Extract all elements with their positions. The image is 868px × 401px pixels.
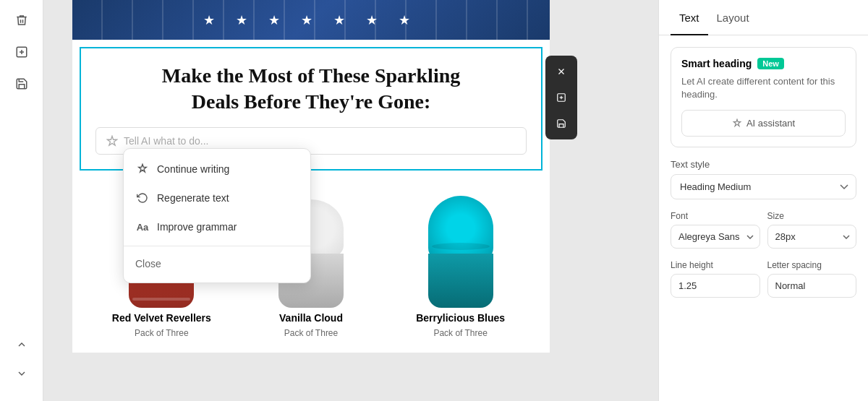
line-spacing-row: Line height Letter spacing (671, 260, 856, 298)
font-col: Font Alegreya Sans Arial Georgia Helveti… (671, 211, 760, 249)
move-up-btn[interactable] (9, 332, 35, 358)
letter-spacing-input[interactable] (767, 274, 857, 298)
move-down-btn[interactable] (9, 361, 35, 387)
panel-content: Smart heading New Let AI create differen… (659, 35, 868, 309)
font-label: Font (671, 211, 760, 221)
line-height-col: Line height (671, 260, 760, 298)
close-label: Close (135, 258, 161, 270)
regenerate-icon (135, 191, 150, 205)
cupcake-sub-vanilla: Pack of Three (284, 328, 338, 338)
menu-item-close[interactable]: Close (124, 251, 310, 277)
text-style-select[interactable]: Heading Medium Heading Large Heading Sma… (671, 174, 856, 199)
font-select[interactable]: Alegreya Sans Arial Georgia Helvetica (671, 225, 760, 249)
ai-assistant-label: AI assistant (746, 118, 795, 129)
continue-writing-icon (135, 162, 150, 176)
banner: ★ ★ ★ ★ ★ ★ ★ (72, 0, 550, 40)
cupcake-item-blue: Berrylicious Blues Pack of Three (403, 192, 519, 338)
left-toolbar (0, 0, 43, 401)
menu-item-improve-grammar[interactable]: Aa Improve grammar (124, 212, 310, 241)
size-col: Size 28px 14px 16px 24px 32px (767, 211, 857, 249)
menu-item-continue-writing[interactable]: Continue writing (124, 155, 310, 184)
right-panel: Text Layout Smart heading New Let AI cre… (658, 0, 868, 401)
menu-divider (124, 246, 310, 246)
regenerate-text-label: Regenerate text (157, 192, 229, 204)
canvas-area: ★ ★ ★ ★ ★ ★ ★ Make the Most of These Spa… (43, 0, 658, 401)
cupcake-sub-red: Pack of Three (135, 328, 188, 338)
tab-layout[interactable]: Layout (708, 0, 758, 35)
smart-heading-desc: Let AI create different content for this… (681, 75, 846, 101)
ai-assistant-btn[interactable]: AI assistant (681, 110, 846, 137)
cupcake-image-blue (410, 192, 511, 308)
continue-writing-label: Continue writing (157, 163, 229, 175)
smart-heading-header: Smart heading New (681, 58, 846, 69)
banner-stars-text: ★ ★ ★ ★ ★ ★ ★ (203, 12, 419, 28)
ai-input-placeholder: Tell AI what to do... (124, 135, 209, 147)
improve-grammar-icon: Aa (135, 220, 150, 234)
float-delete-btn[interactable] (550, 60, 573, 83)
font-size-row: Font Alegreya Sans Arial Georgia Helveti… (671, 211, 856, 249)
line-height-input[interactable] (671, 274, 760, 298)
panel-tabs: Text Layout (659, 0, 868, 35)
improve-grammar-label: Improve grammar (157, 221, 237, 233)
letter-spacing-col: Letter spacing (767, 260, 857, 298)
menu-item-regenerate-text[interactable]: Regenerate text (124, 184, 310, 212)
cupcake-name-red: Red Velvet Revellers (112, 312, 211, 324)
save-toolbar-btn[interactable] (9, 71, 35, 97)
new-badge: New (757, 58, 784, 69)
cupcake-name-vanilla: Vanilla Cloud (279, 312, 343, 324)
smart-heading-card: Smart heading New Let AI create differen… (671, 47, 856, 147)
smart-heading-title: Smart heading (681, 58, 752, 69)
tab-text[interactable]: Text (671, 0, 708, 35)
cupcake-sub-blue: Pack of Three (433, 328, 487, 338)
size-label: Size (767, 211, 857, 221)
text-style-label: Text style (671, 159, 856, 170)
dropdown-menu: Continue writing Regenerate text Aa Impr… (123, 148, 311, 283)
add-toolbar-btn[interactable] (9, 39, 35, 65)
cupcake-name-blue: Berrylicious Blues (416, 312, 505, 324)
sparkle-input-icon (106, 135, 118, 147)
float-toolbar (545, 56, 577, 139)
heading-text: Make the Most of These Sparkling Deals B… (95, 63, 527, 116)
ai-btn-icon (732, 118, 742, 129)
size-select[interactable]: 28px 14px 16px 24px 32px (767, 225, 857, 249)
delete-toolbar-btn[interactable] (9, 7, 35, 33)
line-height-label: Line height (671, 260, 760, 270)
letter-spacing-label: Letter spacing (767, 260, 857, 270)
float-add-btn[interactable] (550, 86, 573, 109)
text-style-section: Text style Heading Medium Heading Large … (671, 159, 856, 199)
float-save-btn[interactable] (550, 112, 573, 135)
